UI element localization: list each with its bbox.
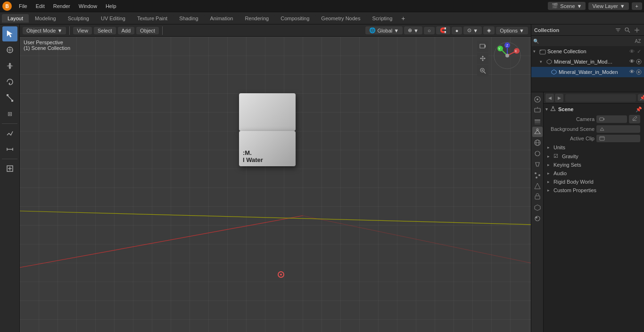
tab-sculpting[interactable]: Sculpting	[62, 14, 95, 23]
scene-selector[interactable]: 🎬 Scene ▼	[548, 2, 586, 10]
scene-section-header[interactable]: ▾ Scene 📌	[544, 105, 644, 114]
material-props-icon[interactable]	[532, 213, 543, 224]
constraints-props-icon[interactable]	[532, 192, 543, 202]
move-tool-button[interactable]	[2, 58, 17, 73]
active-clip-value[interactable]	[596, 135, 640, 142]
tab-animation[interactable]: Animation	[205, 14, 239, 23]
item1-render-icon[interactable]	[636, 58, 642, 65]
view-layer-selector[interactable]: View Layer ▼	[588, 2, 628, 10]
cylinder-body	[239, 93, 296, 131]
world-props-icon[interactable]	[532, 138, 543, 148]
properties-content-wrapper: ◀ ▶ 📌 ▾ Scene	[544, 92, 644, 332]
scene-collection-label: Scene Collection	[547, 49, 586, 54]
scene-section-pin[interactable]: 📌	[636, 106, 642, 113]
svg-point-39	[625, 28, 628, 31]
outliner-item-1[interactable]: ▾ Mineral_Water_in_Modern_Gl... 👁	[531, 57, 644, 67]
gravity-checkbox[interactable]: ☑	[553, 153, 558, 159]
rigid-body-section[interactable]: ▸ Rigid Body World	[544, 178, 644, 186]
viewport-tools-right	[477, 40, 488, 76]
menu-render[interactable]: Render	[50, 2, 74, 10]
view-layer-props-icon[interactable]	[532, 116, 543, 126]
svg-rect-30	[480, 44, 485, 48]
physics-props-icon[interactable]	[532, 181, 543, 191]
object-mode-dropdown[interactable]: Object Mode ▼	[23, 27, 66, 34]
background-scene-value[interactable]	[596, 125, 640, 133]
proportional-edit-button[interactable]: ○	[424, 27, 435, 34]
scene-props-icon[interactable]	[532, 127, 543, 137]
props-forward-button[interactable]: ▶	[555, 94, 563, 102]
outliner-filter-icon[interactable]	[614, 26, 622, 34]
3d-viewport[interactable]: User Perspective (1) Scene Collection :M…	[20, 37, 531, 332]
camera-view-button[interactable]	[477, 40, 488, 52]
xray-button[interactable]: ◈	[483, 26, 495, 34]
measure-tool-button[interactable]	[2, 142, 17, 157]
menu-window[interactable]: Window	[75, 2, 101, 10]
tab-uv-editing[interactable]: UV Editing	[95, 14, 131, 23]
tab-texture-paint[interactable]: Texture Paint	[132, 14, 173, 23]
select-menu[interactable]: Select	[94, 27, 116, 34]
render-props-icon[interactable]	[532, 94, 543, 105]
modifier-props-icon[interactable]	[532, 159, 543, 170]
new-scene-button[interactable]: +	[632, 2, 642, 10]
tab-shading[interactable]: Shading	[173, 14, 204, 23]
add-box-button[interactable]	[2, 161, 17, 176]
units-section[interactable]: ▸ Units	[544, 143, 644, 152]
output-props-icon[interactable]	[532, 105, 543, 115]
item2-render-icon[interactable]	[636, 69, 642, 75]
transform-global-dropdown[interactable]: 🌐 Global ▼	[365, 26, 403, 34]
object-menu[interactable]: Object	[136, 27, 159, 34]
menu-file[interactable]: File	[15, 2, 31, 10]
scene-collection-row[interactable]: ▾ Scene Collection 👁 ✓	[531, 46, 644, 57]
tab-rendering[interactable]: Rendering	[239, 14, 274, 23]
camera-prop-value[interactable]	[596, 115, 627, 123]
audio-section[interactable]: ▸ Audio	[544, 169, 644, 178]
navigation-gizmo[interactable]: X Y Z	[493, 41, 526, 74]
tab-layout[interactable]: Layout	[2, 14, 29, 23]
scale-tool-button[interactable]	[2, 90, 17, 105]
snap-button[interactable]: 🧲	[436, 26, 450, 34]
outliner-search-input[interactable]	[540, 38, 633, 44]
render-preview-button[interactable]: ●	[452, 27, 462, 34]
item2-visibility[interactable]: 👁	[629, 69, 635, 75]
transform-tool-button[interactable]: ⊞	[2, 106, 17, 121]
options-button[interactable]: Options ▼	[496, 27, 528, 34]
custom-props-section[interactable]: ▸ Custom Properties	[544, 186, 644, 194]
visibility-icon[interactable]: 👁	[629, 49, 635, 55]
particles-props-icon[interactable]	[532, 170, 543, 180]
output-icon	[534, 106, 541, 114]
outliner-search-icon[interactable]	[623, 26, 632, 34]
properties-search-input[interactable]	[565, 94, 636, 102]
outliner-new-button[interactable]	[633, 26, 641, 34]
tab-geometry-nodes[interactable]: Geometry Nodes	[315, 14, 366, 23]
add-workspace-button[interactable]: +	[398, 14, 408, 23]
add-menu[interactable]: Add	[118, 27, 135, 34]
keying-sets-section[interactable]: ▸ Keying Sets	[544, 161, 644, 169]
cursor-tool-button[interactable]	[2, 42, 17, 57]
outliner-item-2[interactable]: Mineral_Water_in_Moden 👁	[531, 67, 644, 77]
tab-compositing[interactable]: Compositing	[275, 14, 315, 23]
menu-edit[interactable]: Edit	[32, 2, 49, 10]
overlay-button[interactable]: ⊙ ▼	[463, 26, 482, 34]
svg-marker-6	[8, 82, 10, 85]
props-back-button[interactable]: ◀	[545, 94, 554, 102]
object-data-props-icon[interactable]	[532, 202, 543, 213]
properties-pin-button[interactable]: 📌	[638, 94, 644, 101]
view-menu[interactable]: View	[73, 27, 92, 34]
object-props-icon[interactable]	[532, 148, 543, 159]
item1-visibility[interactable]: 👁	[629, 58, 635, 65]
outliner-sort-icon[interactable]: AZ	[634, 37, 642, 45]
pan-view-button[interactable]	[477, 53, 488, 64]
select-tool-button[interactable]	[2, 26, 17, 41]
annotate-tool-button[interactable]	[2, 126, 17, 141]
gravity-section[interactable]: ▸ ☑ Gravity	[544, 152, 644, 161]
camera-edit-button[interactable]	[629, 115, 640, 123]
svg-point-51	[537, 98, 538, 100]
menu-help[interactable]: Help	[102, 2, 120, 10]
tab-scripting[interactable]: Scripting	[366, 14, 398, 23]
rotate-tool-button[interactable]	[2, 74, 17, 89]
tab-modeling[interactable]: Modeling	[29, 14, 62, 23]
exclude-icon[interactable]: ✓	[636, 49, 642, 55]
view-layer-dropdown-icon: ▼	[620, 3, 625, 9]
zoom-button[interactable]	[477, 65, 488, 76]
pivot-point-dropdown[interactable]: ⊕ ▼	[404, 26, 422, 34]
